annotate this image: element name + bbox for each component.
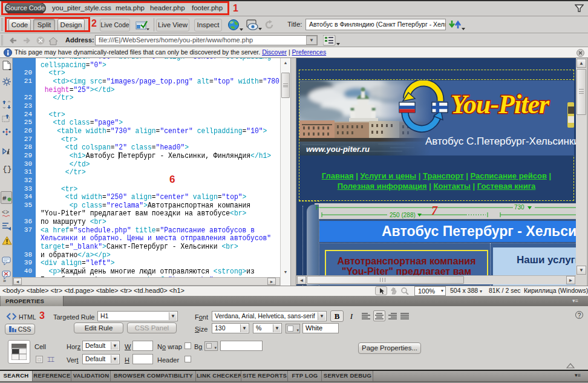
svg-text:250 (288): 250 (288)	[390, 212, 416, 218]
svg-text:#: #	[2, 195, 7, 202]
svg-text:{}: {}	[2, 165, 11, 173]
svg-text:You-Piter: You-Piter	[451, 90, 550, 119]
svg-text:<>: <>	[2, 209, 9, 216]
svg-text:730: 730	[514, 204, 524, 211]
